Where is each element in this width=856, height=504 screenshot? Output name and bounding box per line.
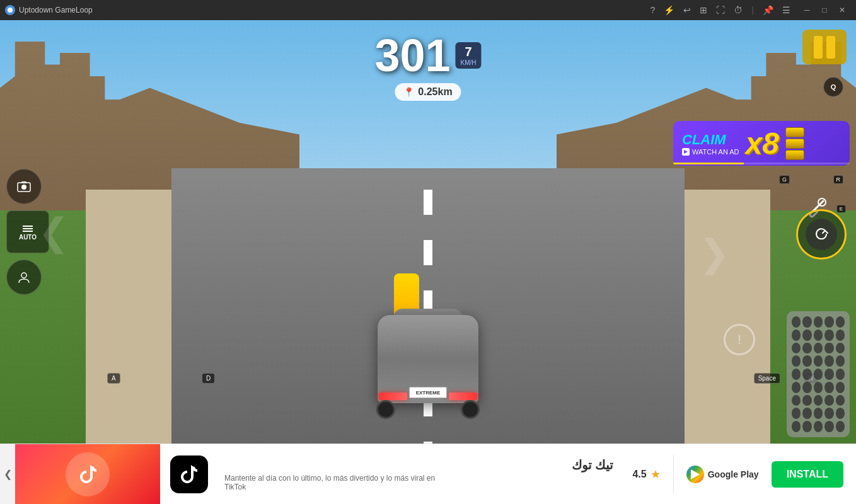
pedal-dot bbox=[814, 329, 823, 341]
pedal-dot bbox=[814, 369, 823, 380]
app-logo bbox=[5, 5, 15, 15]
game-area: EXTREME 301 7 KM/H 📍 0.25km CLAIM ▶ WATC… bbox=[0, 20, 856, 444]
menu-icon[interactable]: ☰ bbox=[782, 5, 790, 15]
tiktok-app-icon bbox=[170, 455, 208, 493]
pedal-dot bbox=[824, 382, 833, 393]
pedal-dot bbox=[792, 369, 801, 380]
claim-banner[interactable]: CLAIM ▶ WATCH AN AD x8 bbox=[673, 121, 850, 166]
app-title: Uptodown GameLoop bbox=[19, 6, 651, 14]
pedal-dot bbox=[792, 355, 801, 367]
install-button[interactable]: INSTALL bbox=[772, 461, 843, 488]
rotate-icon bbox=[813, 226, 830, 243]
alert-icon: ! bbox=[724, 324, 755, 355]
toolbar-icons: ? ⚡ ↩ ⊞ ⛶ ⏱ | 📌 ☰ bbox=[651, 5, 790, 15]
claim-title: CLAIM bbox=[682, 132, 739, 148]
key-e-indicator: E bbox=[836, 205, 846, 213]
pedal-dot bbox=[836, 343, 845, 354]
pedal-dot bbox=[802, 316, 811, 328]
svg-point-7 bbox=[21, 273, 26, 278]
google-play-label: Google Play bbox=[708, 469, 759, 479]
driver-button[interactable] bbox=[6, 260, 42, 295]
pedal-dot bbox=[836, 329, 845, 341]
ad-desc-line1: Mantente al día con lo último, lo más di… bbox=[224, 474, 435, 483]
pedal-dot bbox=[824, 395, 833, 406]
pin-icon[interactable]: 📌 bbox=[763, 5, 773, 15]
svg-rect-3 bbox=[21, 181, 26, 183]
ad-logo-area bbox=[15, 444, 160, 505]
key-a-indicator: A bbox=[107, 373, 120, 384]
pedal[interactable] bbox=[787, 311, 850, 437]
arrow-left-indicator: ❮ bbox=[38, 210, 69, 254]
grid-icon[interactable]: ⊞ bbox=[700, 5, 707, 15]
gold-bar-3 bbox=[785, 150, 804, 160]
ad-rating-area: 4.5 ★ bbox=[620, 455, 673, 493]
pedal-dot bbox=[802, 421, 811, 432]
q-label: Q bbox=[831, 83, 836, 91]
ad-app-desc: Mantente al día con lo último, lo más di… bbox=[224, 474, 613, 491]
window-controls: ─ □ ✕ bbox=[798, 0, 851, 20]
pedal-dot bbox=[792, 408, 801, 419]
camera-button[interactable] bbox=[6, 169, 42, 204]
car-light-right bbox=[449, 392, 477, 400]
key-r-indicator: R bbox=[833, 175, 844, 184]
ad-text-area: تيك توك Mantente al día con lo último, l… bbox=[218, 457, 620, 491]
pedal-dot bbox=[802, 408, 811, 419]
ad-rating-number: 4.5 bbox=[632, 469, 646, 480]
pedal-dot bbox=[836, 395, 845, 406]
pedal-dot bbox=[836, 382, 845, 393]
pedal-dot bbox=[814, 355, 823, 367]
wheel-back-right bbox=[461, 400, 480, 419]
ad-previous-button[interactable]: ❮ bbox=[0, 444, 15, 505]
q-button[interactable]: Q bbox=[823, 77, 843, 97]
google-play-logo bbox=[686, 466, 704, 483]
restore-button[interactable]: □ bbox=[816, 0, 833, 20]
divider: | bbox=[751, 5, 754, 15]
undo-icon[interactable]: ↩ bbox=[683, 5, 691, 15]
pedal-dot bbox=[792, 395, 801, 406]
pedal-dot bbox=[802, 329, 811, 341]
auto-label: AUTO bbox=[19, 234, 37, 241]
bolt-icon[interactable]: ⚡ bbox=[664, 5, 674, 15]
speed-gear-box: 7 KM/H bbox=[456, 42, 482, 69]
pedal-dot bbox=[814, 395, 823, 406]
pedal-dot bbox=[792, 316, 801, 328]
pedal-dot bbox=[836, 355, 845, 367]
rotate-inner bbox=[806, 219, 837, 250]
ad-google-play-area: Google Play bbox=[674, 466, 772, 483]
minimize-button[interactable]: ─ bbox=[798, 0, 816, 20]
speed-unit: KM/H bbox=[461, 59, 477, 66]
pedal-dot bbox=[792, 329, 801, 341]
pedal-dot bbox=[836, 316, 845, 328]
claim-text: CLAIM ▶ WATCH AN AD bbox=[682, 132, 739, 156]
tiktok-icon bbox=[178, 463, 200, 486]
speed-display: 301 7 KM/H bbox=[374, 33, 481, 78]
wheel-back-left bbox=[376, 400, 395, 419]
play-icon: ▶ bbox=[682, 148, 690, 156]
pause-bar-2 bbox=[826, 36, 835, 59]
ad-star-icon: ★ bbox=[651, 467, 661, 481]
pedal-dot bbox=[792, 421, 801, 432]
pedal-dot bbox=[814, 382, 823, 393]
claim-progress-bar bbox=[673, 163, 850, 164]
distance-display: 📍 0.25km bbox=[395, 83, 461, 101]
ad-banner: ❮ تيك توك Mantente al día con lo último,… bbox=[0, 444, 856, 504]
car-light-left bbox=[379, 392, 407, 400]
clock-icon[interactable]: ⏱ bbox=[734, 5, 743, 15]
pause-button[interactable] bbox=[802, 30, 847, 64]
expand-icon[interactable]: ⛶ bbox=[716, 5, 725, 15]
pedal-dot bbox=[836, 408, 845, 419]
pedal-dot bbox=[824, 343, 833, 354]
gear-number: 7 bbox=[465, 45, 472, 59]
pedal-dot bbox=[814, 408, 823, 419]
pedal-dot bbox=[802, 395, 811, 406]
key-d-indicator: D bbox=[202, 373, 215, 384]
tiktok-bg-icon bbox=[75, 462, 100, 487]
close-button[interactable]: ✕ bbox=[833, 0, 851, 20]
gold-bar-1 bbox=[785, 127, 804, 137]
route-icon: 📍 bbox=[403, 87, 414, 97]
pedal-dot bbox=[802, 343, 811, 354]
rotate-button[interactable]: E bbox=[796, 209, 847, 260]
help-icon[interactable]: ? bbox=[651, 5, 656, 15]
pedal-dot bbox=[824, 355, 833, 367]
pedal-dot bbox=[792, 382, 801, 393]
